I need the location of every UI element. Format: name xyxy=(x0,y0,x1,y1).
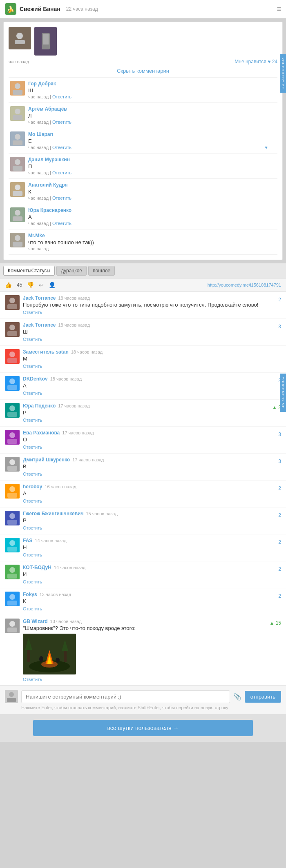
commenter-name: DKDenkov xyxy=(23,376,48,382)
avatar xyxy=(5,403,20,418)
svg-rect-7 xyxy=(13,115,22,120)
comment-item: Дмитрий Шкуренко 17 часов назад В Ответи… xyxy=(0,454,286,481)
input-hint: Нажмите Enter, чтобы отослать комментари… xyxy=(21,705,281,710)
reply-link[interactable]: Ответить xyxy=(23,445,42,450)
comment-item: DKDenkov 18 часов назад А Ответить 3 xyxy=(0,373,286,400)
comment-score: ▲ 15 xyxy=(269,620,281,626)
svg-point-36 xyxy=(9,540,15,546)
dislike-button[interactable]: 👎 xyxy=(27,282,34,288)
post-thumbnail-1 xyxy=(9,27,31,49)
post-meta: час назад Мне нравится ♥ 24 xyxy=(9,59,277,65)
like-count: 45 xyxy=(17,282,22,288)
youcomedy-badge-comments[interactable]: YOUCOMEDY.ME xyxy=(280,374,286,412)
svg-point-8 xyxy=(15,134,20,140)
footer-section: все шутки пользователя → xyxy=(0,714,286,742)
actions-bar: 👍 45 👎 ↩ 👤 http://youcomedy.me/i15610817… xyxy=(0,278,286,292)
reply-link[interactable]: Ответить xyxy=(23,606,42,611)
post-link: http://youcomedy.me/i156108174791 xyxy=(208,283,281,287)
comment-item: FAS 14 часов назад Н Ответить 2 xyxy=(0,534,286,561)
svg-point-54 xyxy=(39,656,43,662)
comment-score: 2 xyxy=(278,512,281,518)
commenter-name: Юра Поденко xyxy=(23,403,56,409)
comment-name: Артём Абращёв xyxy=(28,106,276,112)
comment-item: Гжегож Бжингишчнкевич 15 часов назад Р О… xyxy=(0,507,286,534)
comment-text: "Шмаровник"? Это что-то походу вроде это… xyxy=(23,625,281,631)
all-jokes-button[interactable]: все шутки пользователя → xyxy=(33,720,253,736)
tab-naughty[interactable]: пошлое xyxy=(88,266,115,276)
comment-name: Юра Краснаренко xyxy=(28,207,276,213)
reply-link[interactable]: Ответить xyxy=(23,364,42,369)
comment-item-gb-wizard: GB Wizard 13 часов назад "Шмаровник"? Эт… xyxy=(0,615,286,685)
reply-link[interactable]: Ответить xyxy=(23,418,42,423)
reply-link[interactable]: Ответить xyxy=(23,391,42,396)
svg-rect-43 xyxy=(7,628,17,632)
post-comment-2: Артём Абращёв Л час назад | Ответить xyxy=(9,103,277,128)
svg-point-0 xyxy=(16,33,23,39)
post-comment-1: Гор Добряк Ш час назад | Ответить xyxy=(9,78,277,103)
send-comment-button[interactable]: отправить xyxy=(245,691,281,703)
tab-comments-statuses[interactable]: КомментыСтатусы xyxy=(3,266,55,276)
comment-input-field[interactable] xyxy=(21,690,230,703)
svg-rect-15 xyxy=(13,216,22,221)
reply-link[interactable]: Ответить xyxy=(23,499,42,503)
comment-name: Гор Добряк xyxy=(28,81,276,87)
share-button[interactable]: ↩ xyxy=(39,282,44,288)
commenter-name: Заместитель satan xyxy=(23,349,69,355)
comment-time: 18 часов назад xyxy=(71,349,103,354)
comment-text: Р xyxy=(23,517,281,523)
comment-text: Ш xyxy=(23,329,281,335)
tab-stupid[interactable]: дурацкое xyxy=(56,266,87,276)
svg-rect-37 xyxy=(7,547,17,552)
svg-point-28 xyxy=(9,432,15,438)
app-logo: 🍌 xyxy=(5,3,16,15)
reply-link[interactable]: Ответить xyxy=(23,337,42,342)
user-button[interactable]: 👤 xyxy=(49,282,56,288)
reply-link[interactable]: Ответить xyxy=(23,552,42,557)
svg-point-42 xyxy=(9,621,15,627)
svg-rect-1 xyxy=(15,40,25,44)
avatar xyxy=(5,349,20,364)
commenter-name: Гжегож Бжингишчнкевич xyxy=(23,511,83,516)
comment-item: КОТ-БОДуН 14 часов назад И Ответить 2 xyxy=(0,561,286,588)
comment-time: 14 часов назад xyxy=(54,565,85,570)
svg-rect-5 xyxy=(13,90,22,95)
svg-rect-31 xyxy=(7,466,17,471)
comment-score: 3 xyxy=(278,324,281,329)
avatar xyxy=(5,484,20,499)
svg-point-40 xyxy=(9,594,15,600)
reply-link[interactable]: Ответить xyxy=(23,310,42,315)
comment-input-area: 📎 отправить Нажмите Enter, чтобы отослат… xyxy=(0,685,286,714)
post-likes: Мне нравится ♥ 24 xyxy=(235,59,277,65)
youcomedy-badge-post[interactable]: YOUCOMEDY.ME xyxy=(280,54,286,93)
comment-text: Н xyxy=(23,544,281,550)
post-card: час назад Мне нравится ♥ 24 Скрыть комме… xyxy=(3,22,283,260)
hide-comments-btn[interactable]: Скрыть комментарии xyxy=(9,65,277,78)
avatar xyxy=(5,322,20,337)
svg-point-18 xyxy=(9,298,15,303)
reply-link[interactable]: Ответить xyxy=(23,525,42,530)
reply-link[interactable]: Ответить xyxy=(23,579,42,584)
comment-name: Данил Мурашкин xyxy=(28,157,276,162)
svg-rect-3 xyxy=(43,34,49,45)
svg-point-14 xyxy=(15,210,20,216)
post-time: 22 часа назад xyxy=(66,6,98,12)
comment-image xyxy=(23,634,76,674)
avatar xyxy=(5,511,20,525)
comment-text: В xyxy=(23,463,281,470)
commenter-name: Дмитрий Шкуренко xyxy=(23,457,70,463)
like-button[interactable]: 👍 xyxy=(5,282,12,288)
reply-link[interactable]: Ответить xyxy=(23,472,42,476)
comment-text: А xyxy=(23,490,281,496)
menu-icon[interactable]: ≡ xyxy=(277,5,281,13)
comment-time: 17 часов назад xyxy=(58,403,89,408)
svg-point-10 xyxy=(15,159,20,165)
svg-rect-25 xyxy=(7,385,17,390)
reply-link[interactable]: Ответить xyxy=(23,677,281,682)
comment-time: 17 часов назад xyxy=(62,430,94,435)
avatar xyxy=(5,538,20,552)
comment-time: 14 часов назад xyxy=(35,538,66,543)
commenter-name: Fokys xyxy=(23,592,37,597)
svg-point-4 xyxy=(15,83,20,89)
comment-item: Fokys 13 часов назад К Ответить 2 xyxy=(0,588,286,615)
comment-item: Ева Рахманова 17 часов назад О Ответить … xyxy=(0,427,286,454)
